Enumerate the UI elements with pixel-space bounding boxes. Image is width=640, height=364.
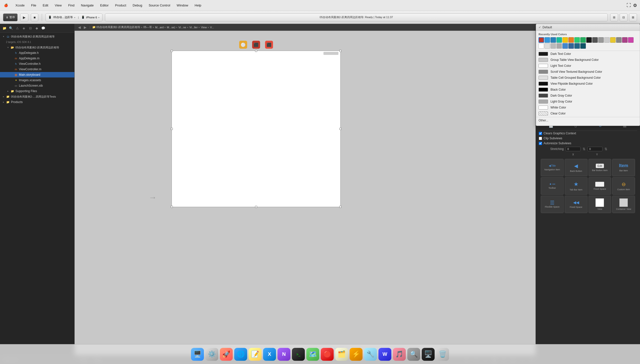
file-appdelegate-m[interactable]: m AppDelegate.m	[0, 56, 74, 61]
storyboard-canvas[interactable]: → ⚪ ⬛ ⬛	[75, 31, 536, 364]
other-button[interactable]: Other...	[536, 117, 640, 124]
color-swatch-20[interactable]	[562, 43, 568, 49]
color-swatch-18[interactable]	[550, 43, 556, 49]
dock-launchpad[interactable]: 🚀	[220, 348, 233, 361]
menu-source-control[interactable]: Source Control	[148, 3, 171, 8]
file-viewcontroller-m[interactable]: m ViewController.m	[0, 66, 74, 72]
color-list-item-3[interactable]: Scroll View Textured Background Color	[536, 69, 640, 75]
dock-app1[interactable]: 🔴	[321, 348, 334, 361]
color-swatch-0[interactable]	[539, 37, 544, 43]
menu-debug[interactable]: Debug	[132, 3, 143, 8]
scheme-selector[interactable]: 📱 05自动…边距等 ▸ | 📱 iPhone 6 ▸	[46, 14, 102, 21]
pause-button[interactable]: ⏸ 暂停	[3, 14, 18, 21]
clip-subviews-checkbox[interactable]	[539, 137, 542, 140]
tests-group[interactable]: 📁 05自动布局案例2-....四周边距等Tests	[0, 94, 74, 99]
breadcrumb-project[interactable]: 📁 05自动布局案例2-距离四周边距相等	[92, 25, 140, 29]
color-list-item-10[interactable]: Clear Color	[536, 110, 640, 116]
object-cell-toolbar-2[interactable]: ★ Tab Bar Item	[565, 177, 587, 195]
layout-toggle-2[interactable]: ⊟	[620, 14, 627, 21]
color-list-item-4[interactable]: Table Cell Grouped Background Color	[536, 75, 640, 81]
breadcrumb-vine[interactable]: Vi...ne	[178, 26, 186, 29]
dock-terminal[interactable]: >_	[292, 348, 305, 361]
color-swatch-19[interactable]	[556, 43, 562, 49]
menu-help[interactable]: Help	[194, 3, 202, 8]
object-cell-box-1[interactable]: View	[588, 196, 611, 213]
nav-debug-icon[interactable]: ⊟	[28, 26, 33, 31]
dock-trash[interactable]: 🗑️	[436, 348, 449, 361]
color-swatch-11[interactable]	[604, 37, 610, 43]
dock-word[interactable]: W	[378, 348, 391, 361]
color-swatch-3[interactable]	[556, 37, 562, 43]
color-swatch-7[interactable]	[580, 37, 586, 43]
menu-product[interactable]: Product	[114, 3, 127, 8]
dock-notes[interactable]: 📝	[249, 348, 262, 361]
menu-find[interactable]: Find	[67, 3, 75, 8]
dock-safari[interactable]: 🌐	[234, 348, 247, 361]
stretching-x-input[interactable]	[566, 147, 581, 151]
menu-navigate[interactable]: Navigate	[80, 3, 94, 8]
color-swatch-9[interactable]	[592, 37, 598, 43]
dock-onenote[interactable]: N	[278, 348, 290, 361]
color-swatch-22[interactable]	[574, 43, 580, 49]
fullscreen-icon[interactable]: ⛶	[626, 3, 631, 8]
file-appdelegate-h[interactable]: h AppDelegate.h	[0, 50, 74, 56]
nav-warning-icon[interactable]: ⚠	[15, 26, 20, 31]
color-swatch-5[interactable]	[568, 37, 574, 43]
nav-report-icon[interactable]: 💬	[41, 26, 46, 31]
dock-display[interactable]: 🖥️	[422, 348, 435, 361]
file-main-storyboard[interactable]: ▦ Main.storyboard	[0, 72, 74, 78]
settings-icon[interactable]: ⚙	[633, 3, 637, 8]
autoresize-checkbox[interactable]	[539, 142, 542, 145]
nav-test-icon[interactable]: ◈	[21, 26, 26, 31]
dock-app3[interactable]: 🔧	[364, 348, 377, 361]
stop-button[interactable]: ■	[31, 14, 38, 21]
object-cell-nav-item[interactable]: ◀ Title Navigation Item	[541, 159, 564, 176]
color-swatch-4[interactable]	[562, 37, 568, 43]
layout-toggle-1[interactable]: ⊞	[610, 14, 618, 21]
breadcrumb-file[interactable]: 05---哥	[143, 25, 152, 29]
breadcrumb-ard[interactable]: M...ard	[155, 26, 164, 29]
dock-app2[interactable]: ⚡	[350, 348, 362, 361]
dock-filezilla[interactable]: 🗂️	[335, 348, 348, 361]
stretching-y-input[interactable]	[587, 147, 602, 151]
color-swatch-10[interactable]	[598, 37, 604, 43]
exit-icon[interactable]: ⬛	[265, 41, 273, 49]
file-images-xcassets[interactable]: ✦ Images.xcassets	[0, 78, 74, 83]
file-viewcontroller-h[interactable]: h ViewController.h	[0, 61, 74, 66]
menu-editor[interactable]: Editor	[99, 3, 110, 8]
color-list-item-5[interactable]: View Flipside Background Color	[536, 81, 640, 87]
dock-music[interactable]: 🎵	[393, 348, 406, 361]
object-cell-back-btn[interactable]: ◀ Back Button	[565, 159, 587, 176]
breadcrumb-mse[interactable]: M...se)	[167, 26, 175, 29]
color-swatch-8[interactable]	[586, 37, 592, 43]
tree-root[interactable]: 🗂 05自动布局案例2-距离四周边距相等	[0, 34, 74, 39]
nav-breakpoint-icon[interactable]: ◆	[34, 26, 39, 31]
color-list-item-8[interactable]: Light Gray Color	[536, 98, 640, 104]
stepper-icon[interactable]: ⇅	[583, 147, 585, 151]
menu-xcode[interactable]: Xcode	[15, 3, 26, 8]
object-cell-flex-1[interactable]: Flexible Space	[541, 196, 564, 213]
layout-toggle-3[interactable]: ⊠	[629, 14, 637, 21]
color-list-item-1[interactable]: Group Table View Background Color	[536, 57, 640, 63]
dock-prefs[interactable]: ⚙️	[205, 348, 218, 361]
viewcontroller-icon[interactable]: ⚪	[239, 41, 247, 49]
color-swatch-23[interactable]	[580, 43, 586, 49]
object-cell-toolbar-4[interactable]: ⊖ Custom Item	[612, 177, 635, 195]
object-cell-toolbar-1[interactable]: ★ ••• Toolbar	[541, 177, 564, 195]
breadcrumb-last[interactable]: V...	[210, 26, 214, 29]
color-swatch-13[interactable]	[616, 37, 621, 43]
nav-folder-icon[interactable]: 📁	[2, 26, 7, 31]
color-list-item-0[interactable]: Dark Text Color	[536, 51, 640, 57]
menu-file[interactable]: File	[30, 3, 37, 8]
tree-group[interactable]: 📂 05自动布局案例2-距离四周边距相等	[0, 45, 74, 50]
supporting-files-folder[interactable]: 📁 Supporting Files	[0, 88, 74, 94]
breadcrumb-view[interactable]: View	[201, 26, 207, 29]
back-nav-button[interactable]: ◀	[77, 25, 82, 30]
dock-xcode[interactable]: X	[263, 348, 276, 361]
object-cell-flex-2[interactable]: ◀◀ Fixed Space	[565, 196, 587, 213]
color-swatch-17[interactable]	[545, 43, 550, 49]
color-list-item-2[interactable]: Light Text Color	[536, 63, 640, 69]
dock-finder[interactable]: 🖥️	[191, 348, 204, 361]
apple-menu[interactable]: 🍎	[3, 3, 9, 8]
firstresponder-icon[interactable]: ⬛	[252, 41, 260, 49]
